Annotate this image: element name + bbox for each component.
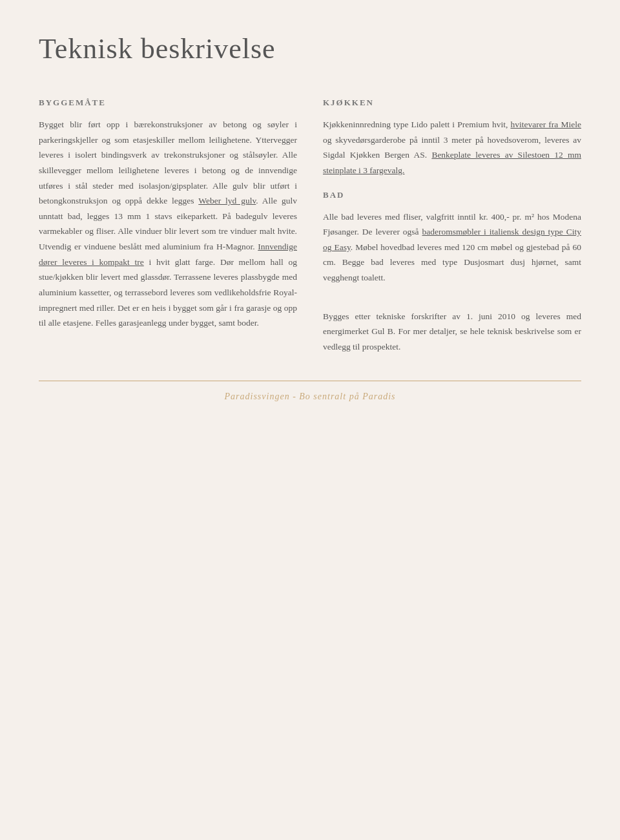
bad-heading: BAD (323, 190, 581, 200)
footer-line: Paradissvingen - Bo sentralt på Paradis (39, 381, 581, 402)
byggemate-body: Bygget blir ført opp i bærekonstruksjone… (39, 117, 297, 331)
baderom-underline: baderomsmøbler i italiensk design type C… (323, 227, 581, 252)
hvitevarer-underline: hvitevarer fra Miele (510, 120, 581, 129)
footer-paragraph: Bygges etter tekniske forskrifter av 1. … (323, 309, 581, 355)
byggemate-heading: BYGGEMÅTE (39, 98, 297, 108)
two-column-layout: BYGGEMÅTE Bygget blir ført opp i bærekon… (39, 98, 581, 355)
kjokken-heading: KJØKKEN (323, 98, 581, 108)
weber-underline: Weber lyd gulv (198, 196, 256, 205)
innvendige-underline: Innvendige dører leveres i kompakt tre (39, 242, 297, 267)
benkeplate-underline: Benkeplate leveres av Silestoen 12 mm st… (323, 150, 581, 175)
page: Teknisk beskrivelse BYGGEMÅTE Bygget bli… (0, 0, 620, 840)
bad-body: Alle bad leveres med fliser, valgfritt i… (323, 209, 581, 286)
page-title: Teknisk beskrivelse (39, 32, 581, 65)
left-column: BYGGEMÅTE Bygget blir ført opp i bærekon… (39, 98, 297, 355)
footer-text: Paradissvingen - Bo sentralt på Paradis (225, 392, 396, 401)
kjokken-body: Kjøkkeninnredning type Lido palett i Pre… (323, 117, 581, 178)
right-column: KJØKKEN Kjøkkeninnredning type Lido pale… (323, 98, 581, 355)
